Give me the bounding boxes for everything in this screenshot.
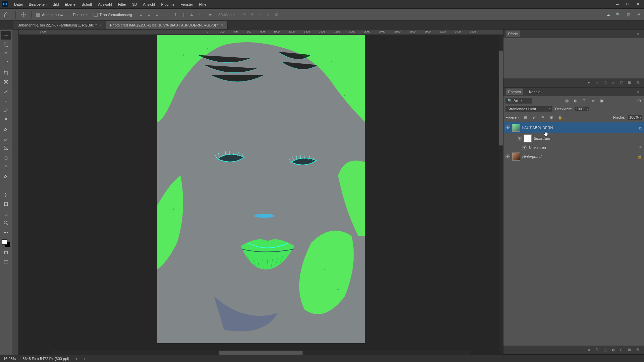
distribute-v-icon[interactable]: ⋯ [197, 12, 203, 18]
visibility-toggle[interactable]: 👁 [522, 145, 527, 150]
screenmode-toggle[interactable] [1, 257, 11, 266]
channels-tab[interactable]: Kanäle [527, 88, 542, 95]
filter-type-icon[interactable]: T [581, 98, 587, 104]
workspace-icon[interactable]: ▥ [625, 12, 631, 18]
visibility-toggle[interactable]: 👁 [505, 154, 510, 159]
panel-menu-icon[interactable]: ≡ [635, 89, 641, 95]
hand-tool[interactable] [1, 209, 11, 218]
document-info[interactable]: 3648 Px x 5472 Px (300 ppi) [22, 357, 69, 361]
canvas-viewport[interactable] [19, 35, 503, 355]
document-canvas[interactable] [157, 35, 365, 343]
filter-shape-icon[interactable]: ▱ [590, 98, 596, 104]
zoom-tool[interactable] [1, 219, 11, 227]
info-chevron[interactable]: › [76, 357, 77, 361]
transform-controls-checkbox[interactable]: Transformationsstrg. [94, 13, 133, 17]
menu-help[interactable]: Hilfe [196, 1, 209, 8]
zoom-level[interactable]: 16,95% [3, 357, 16, 361]
menu-plugins[interactable]: Plug-ins [158, 1, 177, 8]
make-workpath-icon[interactable]: ◇ [612, 80, 616, 85]
lasso-tool[interactable] [1, 50, 11, 58]
menu-window[interactable]: Fenster [178, 1, 196, 8]
visibility-toggle[interactable]: 👁 [505, 125, 510, 130]
delete-layer-icon[interactable]: 🗑 [636, 348, 641, 352]
filter-settings-icon[interactable]: ≚ [639, 145, 642, 150]
crop-tool[interactable] [1, 68, 11, 77]
canvas-area[interactable]: -3400 0 200 400 600 800 1000 1200 1400 1… [19, 29, 503, 355]
layer-thumbnail[interactable] [512, 153, 520, 161]
menu-3d[interactable]: 3D [129, 1, 140, 8]
filter-name[interactable]: Umkehren [529, 145, 637, 149]
menu-select[interactable]: Auswahl [95, 1, 115, 8]
menu-view[interactable]: Ansicht [140, 1, 158, 8]
path-select-tool[interactable] [1, 190, 11, 199]
filter-mask-thumbnail[interactable] [524, 134, 532, 142]
more-options-icon[interactable]: ••• [208, 12, 214, 18]
lock-position-icon[interactable]: ✥ [540, 114, 546, 120]
path-to-selection-icon[interactable]: ◌ [604, 80, 608, 85]
filter-pixel-icon[interactable]: ▦ [564, 98, 570, 104]
layers-tab[interactable]: Ebenen [506, 88, 523, 95]
horizontal-scrollbar[interactable] [52, 351, 470, 355]
paths-tab[interactable]: Pfade [506, 31, 520, 37]
move-tool-icon[interactable] [20, 12, 26, 18]
wand-tool[interactable] [1, 59, 11, 68]
new-adjustment-icon[interactable]: ◐ [612, 348, 616, 352]
fill-input[interactable]: 100% [628, 115, 642, 120]
shape-tool[interactable] [1, 200, 11, 208]
home-button[interactable] [3, 11, 11, 19]
layer-row-background[interactable]: 👁 Hintergrund 🔒 [503, 151, 644, 162]
lock-artboard-icon[interactable]: ▣ [548, 114, 554, 120]
menu-file[interactable]: Datei [11, 1, 25, 8]
new-layer-icon[interactable]: ⊞ [628, 348, 633, 352]
3d-scale-icon[interactable]: ⤢ [265, 12, 271, 18]
auto-select-checkbox[interactable]: Autom. ausw… [36, 13, 67, 17]
layer-row-haut-abpudern[interactable]: 👁 hAUT ABPUDERN ◩ [503, 122, 644, 133]
blend-mode-dropdown[interactable]: Strahlendes Licht [505, 106, 552, 112]
edit-toolbar[interactable]: ••• [1, 228, 11, 237]
3d-camera-icon[interactable]: ▣ [273, 12, 279, 18]
history-brush-tool[interactable] [1, 125, 11, 133]
close-button[interactable]: ✕ [633, 1, 642, 8]
layer-filter-type-dropdown[interactable]: 🔍 Art [505, 98, 532, 104]
quickmask-toggle[interactable] [1, 248, 11, 257]
new-path-icon[interactable]: ⊞ [628, 80, 633, 85]
menu-edit[interactable]: Bearbeiten [26, 1, 49, 8]
lock-all-icon[interactable]: 🔒 [557, 114, 563, 120]
visibility-toggle[interactable]: 👁 [517, 136, 522, 141]
color-swatches[interactable] [2, 239, 10, 247]
menu-filter[interactable]: Filter [115, 1, 129, 8]
document-tab-1[interactable]: Unbenannt-1 bei 22,7% (Farbfüllung 1, RG… [13, 21, 106, 29]
share-icon[interactable]: ↗ [635, 12, 641, 18]
document-tab-2[interactable]: Photo cred IMAGE2.CR2 bei 16,9% (hAUT AB… [106, 21, 228, 29]
3d-pan-icon[interactable]: ✥ [249, 12, 255, 18]
foreground-color[interactable] [2, 239, 7, 245]
marquee-tool[interactable] [1, 40, 11, 49]
stroke-path-icon[interactable]: ○ [596, 80, 600, 85]
vertical-scrollbar[interactable] [499, 35, 503, 351]
new-group-icon[interactable]: 🗀 [620, 348, 625, 352]
distribute-icon[interactable]: ⋮⋮ [162, 12, 168, 18]
filter-smart-icon[interactable]: ▣ [599, 98, 605, 104]
nav-left-icon[interactable]: ‹ [84, 357, 85, 361]
align-center-icon[interactable]: ≡ [146, 12, 152, 18]
add-mask-icon[interactable]: ▢ [604, 348, 608, 352]
align-middle-icon[interactable]: ┼ [181, 12, 187, 18]
layer-thumbnail[interactable] [512, 124, 520, 132]
opacity-input[interactable]: 100% [575, 107, 589, 111]
close-icon[interactable]: × [100, 23, 102, 27]
delete-path-icon[interactable]: 🗑 [636, 80, 641, 85]
frame-tool[interactable] [1, 78, 11, 86]
menu-type[interactable]: Schrift [79, 1, 95, 8]
brush-tool[interactable] [1, 106, 11, 115]
link-layers-icon[interactable]: ∞ [588, 348, 592, 352]
healing-tool[interactable] [1, 97, 11, 105]
minimize-button[interactable]: ─ [613, 1, 622, 8]
auto-select-target-dropdown[interactable]: Ebene [72, 12, 89, 17]
align-top-icon[interactable]: ⊤ [173, 12, 179, 18]
lock-transparency-icon[interactable]: ▦ [522, 114, 528, 120]
lock-pixels-icon[interactable]: 🖌 [531, 114, 537, 120]
layer-name[interactable]: Hintergrund [522, 155, 635, 159]
3d-slide-icon[interactable]: ⇔ [257, 12, 263, 18]
menu-image[interactable]: Bild [50, 1, 61, 8]
filter-invert-row[interactable]: 👁 Umkehren ≚ [503, 144, 644, 151]
